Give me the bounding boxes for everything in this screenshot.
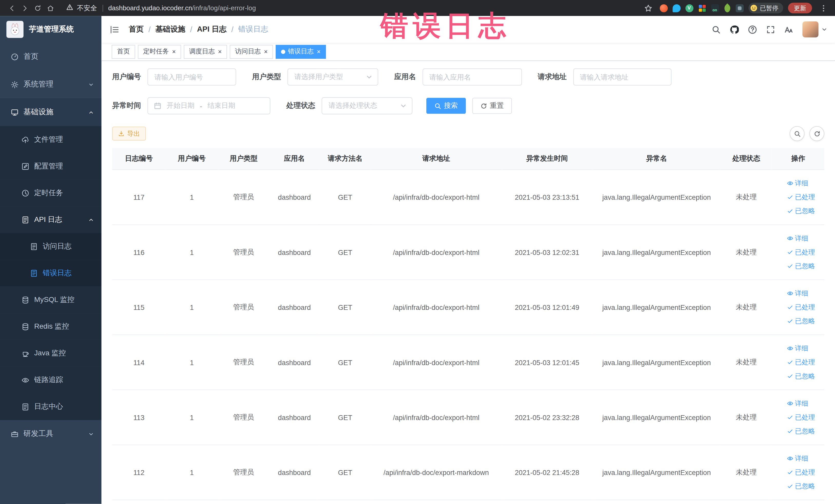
- sidebar-item-dev-tool[interactable]: 研发工具: [0, 420, 101, 448]
- column-header-8: 处理状态: [721, 148, 772, 170]
- detail-link[interactable]: 详细: [787, 397, 808, 410]
- tab-job-log[interactable]: 调度日志×: [184, 45, 227, 59]
- mark-processed-link[interactable]: 已处理: [787, 410, 815, 424]
- sidebar-item-config[interactable]: 配置管理: [0, 153, 101, 180]
- tab-job[interactable]: 定时任务×: [138, 45, 181, 59]
- extension-icon-vue-devtools[interactable]: V: [685, 4, 693, 12]
- cell-user_type: 管理员: [218, 335, 269, 390]
- browser-update-button[interactable]: 更新: [788, 3, 812, 13]
- address-bar[interactable]: 不安全 dashboard.yudao.iocoder.cn/infra/log…: [66, 4, 256, 13]
- sidebar-item-redis[interactable]: Redis 监控: [0, 313, 101, 340]
- detail-link[interactable]: 详细: [787, 286, 808, 300]
- check-icon: [787, 249, 793, 256]
- request-url-input[interactable]: [573, 68, 671, 85]
- mark-ignored-link[interactable]: 已忽略: [787, 369, 815, 383]
- sidebar-item-java[interactable]: Java 监控: [0, 340, 101, 367]
- breadcrumb-item[interactable]: 基础设施: [155, 25, 185, 34]
- detail-link[interactable]: 详细: [787, 176, 808, 190]
- gear-icon: [11, 80, 19, 88]
- extension-icon-orange[interactable]: [659, 4, 667, 12]
- extensions-puzzle-icon[interactable]: [735, 4, 744, 12]
- bookmark-star-icon[interactable]: [642, 2, 655, 14]
- cell-app: dashboard: [269, 335, 320, 390]
- profile-paused-chip[interactable]: 已暂停: [748, 3, 783, 13]
- user-id-input[interactable]: [147, 68, 236, 85]
- tab-access-log[interactable]: 访问日志×: [230, 45, 273, 59]
- detail-link[interactable]: 详细: [787, 231, 808, 245]
- chevron-down-icon: [88, 81, 94, 87]
- browser-back-icon[interactable]: [5, 2, 18, 14]
- breadcrumb-item[interactable]: API 日志: [197, 25, 227, 34]
- filter-row-1: 用户编号 用户类型 请选择用户类型 应用名: [112, 68, 824, 85]
- sidebar-item-api-log[interactable]: API 日志: [0, 206, 101, 233]
- user-avatar-menu[interactable]: [802, 21, 827, 37]
- tab-close-icon[interactable]: ×: [218, 48, 222, 55]
- fullscreen-icon[interactable]: [766, 25, 775, 34]
- detail-link[interactable]: 详细: [787, 341, 808, 355]
- sidebar-item-trace[interactable]: 链路追踪: [0, 367, 101, 394]
- mark-ignored-link[interactable]: 已忽略: [787, 479, 815, 493]
- eye-icon: [21, 376, 29, 384]
- export-button[interactable]: 导出: [112, 126, 146, 140]
- mark-processed-link[interactable]: 已处理: [787, 245, 815, 259]
- extension-icon-leaf[interactable]: [722, 3, 732, 13]
- search-icon[interactable]: [712, 25, 720, 34]
- tab-close-icon[interactable]: ×: [264, 48, 268, 55]
- cell-user_type: 管理员: [218, 445, 269, 500]
- github-icon[interactable]: [730, 25, 739, 34]
- extension-icon-grid[interactable]: [698, 4, 706, 12]
- sidebar-item-error-log[interactable]: 错误日志: [0, 260, 101, 286]
- extension-icon-switch[interactable]: on: [711, 4, 719, 12]
- user-type-select[interactable]: 请选择用户类型: [287, 68, 378, 85]
- reset-button[interactable]: 重置: [472, 98, 512, 114]
- sidebar-item-mysql[interactable]: MySQL 监控: [0, 286, 101, 313]
- sidebar-collapse-icon[interactable]: [109, 24, 120, 35]
- cell-status: 未处理: [721, 280, 772, 335]
- cell-method: GET: [320, 335, 371, 390]
- security-label: 不安全: [77, 4, 97, 13]
- mark-processed-link[interactable]: 已处理: [787, 190, 815, 204]
- action-label: 详细: [795, 176, 808, 190]
- process-status-select[interactable]: 请选择处理状态: [322, 97, 412, 115]
- mark-processed-link[interactable]: 已处理: [787, 355, 815, 369]
- mark-ignored-link[interactable]: 已忽略: [787, 259, 815, 273]
- search-button[interactable]: 搜索: [426, 98, 466, 114]
- sidebar-item-home[interactable]: 首页: [0, 43, 101, 70]
- sidebar-item-file[interactable]: 文件管理: [0, 126, 101, 153]
- action-label: 详细: [795, 341, 808, 355]
- detail-link[interactable]: 详细: [787, 451, 808, 465]
- extension-icon-drop[interactable]: [672, 4, 680, 12]
- hide-search-button[interactable]: [790, 126, 805, 141]
- breadcrumb-item[interactable]: 首页: [129, 25, 144, 34]
- sidebar-item-access-log[interactable]: 访问日志: [0, 233, 101, 260]
- tab-close-icon[interactable]: ×: [172, 48, 176, 55]
- sidebar-item-infra[interactable]: 基础设施: [0, 98, 101, 126]
- mark-ignored-link[interactable]: 已忽略: [787, 424, 815, 438]
- tab-error-log[interactable]: 错误日志×: [276, 45, 326, 59]
- sidebar-item-label: 日志中心: [34, 402, 63, 411]
- sidebar: 芋道管理系统 首页系统管理基础设施文件管理配置管理定时任务API 日志访问日志错…: [0, 16, 101, 504]
- app-name-input[interactable]: [422, 68, 522, 85]
- cell-app: dashboard: [269, 445, 320, 500]
- exception-time-range-picker[interactable]: 开始日期 - 结束日期: [147, 97, 270, 115]
- column-header-2: 用户类型: [218, 148, 269, 170]
- mark-processed-link[interactable]: 已处理: [787, 465, 815, 479]
- mark-ignored-link[interactable]: 已忽略: [787, 204, 815, 218]
- cell-time: 2021-05-03 23:13:51: [502, 170, 592, 225]
- sidebar-item-system[interactable]: 系统管理: [0, 70, 101, 98]
- tab-close-icon[interactable]: ×: [317, 48, 321, 55]
- mark-processed-link[interactable]: 已处理: [787, 300, 815, 314]
- browser-reload-icon[interactable]: [31, 2, 44, 14]
- font-size-icon[interactable]: [784, 25, 793, 34]
- mark-ignored-link[interactable]: 已忽略: [787, 314, 815, 328]
- browser-menu-kebab-icon[interactable]: [817, 2, 830, 14]
- sidebar-item-log-center[interactable]: 日志中心: [0, 394, 101, 420]
- tab-home[interactable]: 首页: [111, 45, 135, 59]
- sidebar-item-job[interactable]: 定时任务: [0, 180, 101, 206]
- browser-home-icon[interactable]: [44, 2, 57, 14]
- help-icon[interactable]: [748, 25, 757, 34]
- app-title: 芋道管理系统: [29, 25, 74, 34]
- refresh-button[interactable]: [809, 126, 824, 141]
- browser-forward-icon[interactable]: [18, 2, 31, 14]
- cell-user_type: 管理员: [218, 170, 269, 225]
